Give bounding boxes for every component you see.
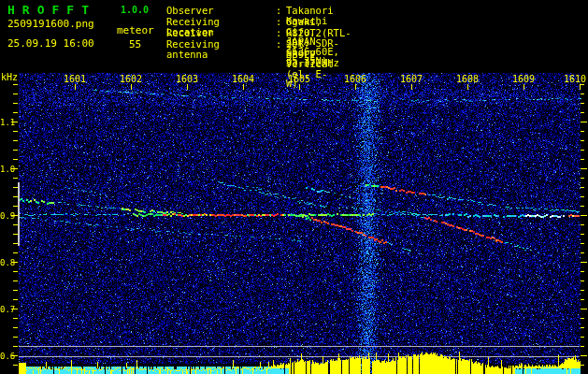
info-label: Receiving antenna: [166, 39, 220, 59]
freq-tick-label: 1.1: [0, 118, 12, 127]
time-tick-label: 1608: [455, 74, 480, 84]
info-colon: :: [276, 6, 281, 16]
mode-label: meteor: [117, 25, 154, 36]
info-label: Receiver: [166, 28, 214, 38]
freq-tick-label: 0.8: [0, 258, 12, 267]
freq-tick-label: 0.6: [0, 352, 12, 361]
time-tick-label: 1603: [175, 74, 199, 84]
time-tick-label: 1607: [399, 74, 423, 84]
freq-tick-label: 0.7: [0, 305, 12, 314]
version-label: 1.0.0: [121, 6, 149, 15]
hrofft-output-image: HROFFT 1.0.0 2509191600.png meteor 25.09…: [0, 0, 588, 374]
time-tick-label: 1605: [287, 74, 311, 84]
time-tick-label: 1609: [511, 74, 536, 84]
info-colon: :: [276, 28, 281, 38]
freq-tick-label: 1.0: [0, 165, 12, 174]
datetime-label: 25.09.19 16:00: [7, 38, 94, 49]
time-tick-label: 1602: [119, 74, 143, 84]
info-colon: :: [276, 39, 281, 50]
meteor-count-label: 55: [129, 39, 141, 50]
time-tick-label: 1606: [343, 74, 367, 84]
info-label: Observer: [166, 6, 214, 16]
app-title: HROFFT: [7, 4, 96, 16]
freq-tick-label: 0.9: [0, 211, 12, 221]
time-tick-label: 1610: [563, 74, 587, 84]
time-tick-label: 1601: [63, 74, 87, 84]
time-tick-label: 1604: [231, 74, 255, 84]
khz-unit-label: kHz: [1, 73, 18, 82]
info-colon: :: [276, 17, 281, 27]
filename-label: 2509191600.png: [7, 19, 94, 29]
